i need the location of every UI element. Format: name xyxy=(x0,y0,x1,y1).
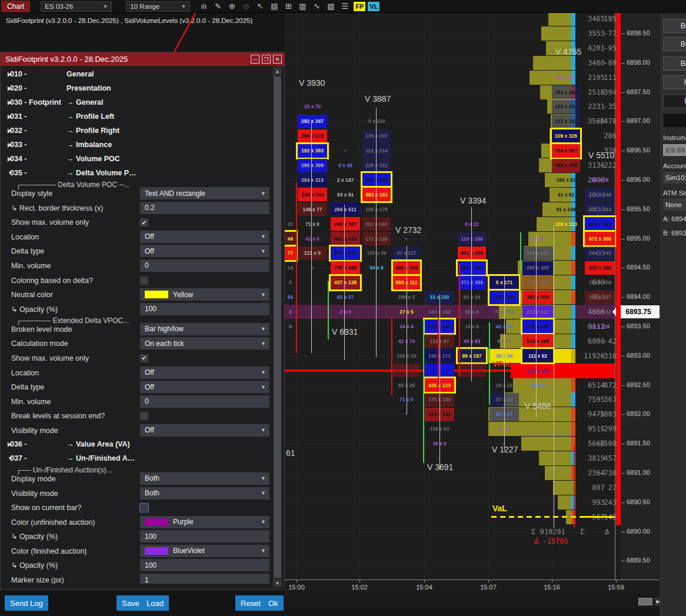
settings-checkbox[interactable]: ✔ xyxy=(140,218,148,227)
settings-row: Delta typeOff▼ xyxy=(1,379,272,394)
zoom-in-icon[interactable]: ⊕ xyxy=(225,1,238,12)
tree-item[interactable]: ▶036 -→ Value Area (VA) xyxy=(1,437,272,451)
bar-chart-icon[interactable]: ılı xyxy=(197,1,210,12)
price-axis[interactable]: 6898.506898.006897.506897.006896.506896.… xyxy=(621,13,660,580)
period-dropdown[interactable]: 10 Range▼ xyxy=(126,1,190,12)
time-axis[interactable]: 15:0015:0215:0415:0715:1615:59 xyxy=(285,580,660,595)
horizontal-scrollbar-thumb[interactable] xyxy=(638,598,652,605)
profile-delta-strip xyxy=(571,392,575,407)
settings-dropdown[interactable]: Text AND rectangle▼ xyxy=(140,187,269,199)
chevron-down-icon: ▼ xyxy=(261,341,266,347)
tree-arrow-icon[interactable]: ▶ xyxy=(1,114,10,119)
settings-dropdown[interactable]: Off▼ xyxy=(140,245,269,257)
settings-dropdown[interactable]: Purple▼ xyxy=(140,516,269,528)
settings-dropdown[interactable]: Both▼ xyxy=(140,472,269,485)
draw-pencil-icon[interactable]: ✎ xyxy=(211,1,224,12)
notes-icon[interactable]: ▧ xyxy=(324,1,337,12)
color-swatch xyxy=(145,547,168,555)
panel-icon[interactable]: ⊞ xyxy=(282,1,295,12)
footprint-chart[interactable]: 34651853553-774201-953460-8021051112518-… xyxy=(285,13,621,580)
load-button[interactable]: Load xyxy=(141,595,169,611)
ok-button[interactable]: Ok xyxy=(263,595,284,611)
settings-checkbox[interactable] xyxy=(140,412,148,420)
reset-button[interactable]: Reset xyxy=(235,595,266,611)
tree-item[interactable]: ▶031 -→ Profile Left xyxy=(1,109,272,124)
settings-dropdown[interactable]: Off▼ xyxy=(140,367,269,379)
tree-arrow-icon[interactable]: ▶ xyxy=(1,99,10,105)
tree-item[interactable]: ▶032 -→ Profile Right xyxy=(1,124,272,138)
buy-button[interactable]: Buy xyxy=(663,19,686,33)
tree-arrow-icon[interactable]: ▶ xyxy=(1,156,10,162)
cursor-icon[interactable]: ↖ xyxy=(254,1,267,12)
dialog-scrollbar-thumb[interactable] xyxy=(274,76,281,578)
settings-dropdown[interactable]: BlueViolet▼ xyxy=(140,545,269,557)
dialog-title-bar[interactable]: SidiFootprint v3.2.0.0 - 28.Dec.2025 xyxy=(1,52,284,66)
scroll-up-icon[interactable]: ▲ xyxy=(273,67,282,75)
instrument-field[interactable]: ES 03-2 xyxy=(663,144,686,156)
profile-delta-strip xyxy=(571,232,575,246)
buy-button[interactable]: Buy xyxy=(663,56,686,71)
tree-arrow-icon[interactable]: ▶ xyxy=(1,71,10,77)
close-icon[interactable]: ✕ xyxy=(273,55,282,64)
tree-item[interactable]: ▶034 -→ Volume POC xyxy=(1,152,272,166)
settings-input[interactable]: 0 xyxy=(140,259,269,272)
settings-dropdown[interactable]: On each tick▼ xyxy=(140,337,269,349)
chart-box-icon[interactable]: ▥ xyxy=(296,1,309,12)
chart-scroll-strip: ▶ xyxy=(285,595,660,609)
unfinished-auction-line xyxy=(328,281,329,339)
tree-arrow-icon[interactable]: ▶ xyxy=(1,142,10,148)
tree-arrow-icon[interactable]: ▼ xyxy=(1,170,10,176)
tab-chart[interactable]: Chart xyxy=(1,1,30,12)
atm-strategy-field[interactable]: None xyxy=(663,199,686,211)
settings-label: Display mode xyxy=(11,475,56,483)
tree-item[interactable]: ▶033 -→ Imbalance xyxy=(1,138,272,152)
blank-button[interactable] xyxy=(663,114,686,128)
tree-arrow-icon[interactable]: ▶ xyxy=(1,128,10,134)
settings-input[interactable]: 100 xyxy=(140,303,269,315)
list-icon[interactable]: ☰ xyxy=(338,1,351,12)
settings-input[interactable]: 100 xyxy=(140,559,269,571)
settings-checkbox[interactable] xyxy=(140,504,148,512)
tree-arrow-icon[interactable]: ▼ xyxy=(1,455,10,461)
tree-item[interactable]: ▼037 -→ Un-/Finished A… xyxy=(1,451,272,465)
save-button[interactable]: Save xyxy=(116,595,145,611)
tree-item[interactable]: ▼035 -→ Delta Volume P… xyxy=(1,166,272,180)
minimize-icon[interactable]: — xyxy=(251,55,259,64)
tree-item[interactable]: ▶020 -Presentation xyxy=(1,81,272,95)
settings-input[interactable]: 0 xyxy=(140,395,269,408)
settings-dropdown[interactable]: Bar high/low▼ xyxy=(140,323,269,335)
vl-indicator-badge[interactable]: VL xyxy=(368,2,379,11)
account-field[interactable]: Sim101 xyxy=(663,172,686,184)
send-log-button[interactable]: Send Log xyxy=(5,595,48,611)
settings-dropdown[interactable]: Yellow▼ xyxy=(140,288,269,301)
buy-button[interactable]: Buy xyxy=(663,37,686,51)
bar-wick-line xyxy=(311,121,312,353)
tree-item[interactable]: ▶030 - Footprint→ General xyxy=(1,95,272,109)
price-tick xyxy=(621,239,625,239)
settings-input[interactable]: 1 xyxy=(140,574,269,584)
instrument-dropdown[interactable]: ES 03-26▼ xyxy=(41,1,112,12)
maximize-icon[interactable]: ❐ xyxy=(262,55,271,64)
settings-dropdown[interactable]: Both▼ xyxy=(140,487,269,500)
toolbar-icons: ılı✎⊕⊖↖▤⊞▥∿▧☰ xyxy=(197,1,351,12)
settings-input[interactable]: 0.2 xyxy=(140,202,269,214)
settings-input[interactable]: 100 xyxy=(140,530,269,542)
zigzag-icon[interactable]: ∿ xyxy=(310,1,323,12)
tree-arrow-icon[interactable]: ▶ xyxy=(1,85,10,91)
settings-checkbox[interactable] xyxy=(140,277,148,285)
footprint-cell: 2 x 0 xyxy=(331,305,360,319)
settings-dropdown[interactable]: Off▼ xyxy=(140,381,269,393)
settings-checkbox[interactable]: ✔ xyxy=(140,354,148,362)
settings-dropdown[interactable]: Off▼ xyxy=(140,424,269,437)
data-box-icon[interactable]: ▤ xyxy=(268,1,281,12)
buy-button[interactable]: F xyxy=(663,94,686,108)
tree-item[interactable]: ▶010 -General xyxy=(1,67,272,81)
dialog-scrollbar[interactable]: ▲ ▼ xyxy=(273,67,282,587)
fp-indicator-badge[interactable]: FP xyxy=(354,2,365,11)
tree-arrow-icon[interactable]: ▶ xyxy=(1,441,10,447)
scroll-down-icon[interactable]: ▼ xyxy=(273,579,282,587)
footprint-cell: 223 x 612 xyxy=(522,305,553,319)
settings-dropdown[interactable]: Off▼ xyxy=(140,231,269,243)
tree-item-id: 032 - xyxy=(10,126,66,135)
buy-button[interactable]: R xyxy=(663,75,686,89)
